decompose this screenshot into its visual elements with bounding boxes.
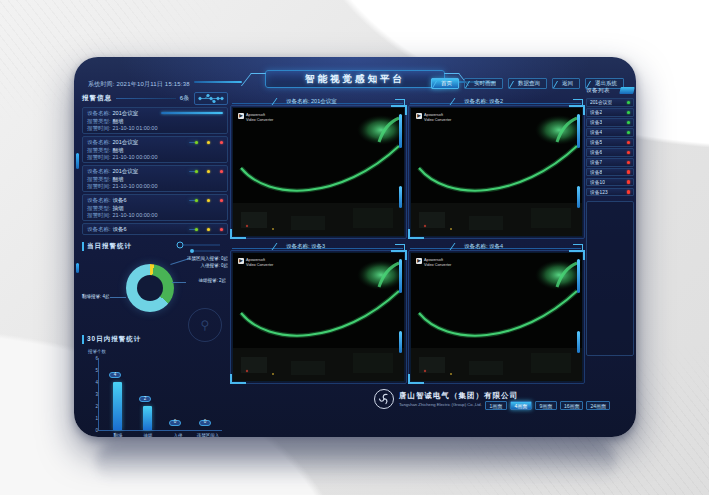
y-tick: 3 <box>90 392 98 397</box>
bar-fanqiang <box>113 382 122 430</box>
field-label: 设备名称: <box>87 168 111 176</box>
page-title: 智能视觉感知平台 <box>305 73 405 86</box>
y-tick: 6 <box>90 356 98 361</box>
donut-label: 违禁区闯入报警: 0起 <box>187 256 228 261</box>
alarm-time: 21-10-10 00:00:00 <box>113 183 158 191</box>
status-offline-dot <box>627 190 630 193</box>
divider <box>116 98 176 99</box>
video-scrollbar[interactable] <box>577 259 580 293</box>
field-label: 设备名称: <box>87 139 111 147</box>
alarm-list-item[interactable]: 设备名称:201会议室 报警类型:翻墙 报警时间:21-10-10 00:00:… <box>82 136 228 163</box>
device-row[interactable]: 设备7 <box>586 158 634 167</box>
video-scrollbar[interactable] <box>577 331 580 353</box>
card-reflection <box>96 442 616 482</box>
video-scrollbar[interactable] <box>399 114 402 148</box>
company-logo-icon <box>374 389 394 409</box>
alarm-type: 翻墙 <box>113 147 124 155</box>
alarm-list-item[interactable]: 设备名称:201会议室 报警类型:翻墙 报警时间:21-10-10 00:00:… <box>82 165 228 192</box>
video-title: 设备名称: 设备3 <box>284 243 327 250</box>
severity-indicator <box>189 141 223 144</box>
status-online-dot <box>627 131 630 134</box>
nav-back-button[interactable]: 返回 <box>552 78 580 89</box>
video-feed[interactable]: ▶ ApowersoftVideo Converter <box>410 107 583 237</box>
video-panel-4: 设备名称: 设备4 ▶ <box>410 241 583 252</box>
watermark: ▶ ApowersoftVideo Converter <box>416 258 451 267</box>
leader-line <box>172 282 186 283</box>
field-label: 设备名称: <box>87 197 111 205</box>
video-scrollbar[interactable] <box>399 331 402 353</box>
video-scrollbar[interactable] <box>577 186 580 208</box>
field-label: 报警时间: <box>87 125 111 133</box>
nav-home-button[interactable]: 首页 <box>431 78 459 89</box>
device-row[interactable]: 设备3 <box>586 118 634 127</box>
nav-live-button[interactable]: 实时画面 <box>464 78 503 89</box>
status-offline-dot <box>627 151 630 154</box>
field-label: 报警类型: <box>87 205 111 213</box>
view-24-button[interactable]: 24画面 <box>586 401 610 410</box>
donut-label: 抽烟报警: 2起 <box>198 278 226 283</box>
alarm-type: 抽烟 <box>113 205 124 213</box>
view-16-button[interactable]: 16画面 <box>560 401 584 410</box>
video-feed[interactable]: ▶ ApowersoftVideo Converter <box>410 252 583 382</box>
y-axis-label: 报警个数 <box>88 349 106 354</box>
alarm-list-item[interactable]: 设备名称:设备6 报警类型:抽烟 报警时间:21-10-10 00:00:00 <box>82 194 228 221</box>
view-1-button[interactable]: 1画面 <box>485 401 507 410</box>
device-name: 设备6 <box>113 226 127 234</box>
video-converter-icon: ▶ <box>416 258 422 264</box>
alarm-count-badge: 6条 <box>180 94 189 103</box>
field-label: 设备名称: <box>87 110 111 118</box>
monthly-bar-chart: 报警个数 6 5 4 3 2 1 0 4 翻墙 2 抽烟 0 入侵 <box>82 349 228 437</box>
video-scrollbar[interactable] <box>577 114 580 148</box>
today-donut-chart: 违禁区闯入报警: 0起 入侵报警: 0起 抽烟报警: 2起 翻墙报警: 4起 ⚲ <box>82 252 228 328</box>
video-feed[interactable]: ▶ ApowersoftVideo Converter <box>232 107 405 237</box>
field-label: 报警时间: <box>87 154 111 162</box>
plot-area: 6 5 4 3 2 1 0 4 翻墙 2 抽烟 0 入侵 0 违禁区 <box>98 358 222 431</box>
device-row[interactable]: 设备6 <box>586 148 634 157</box>
severity-indicator <box>189 228 223 231</box>
device-name: 201会议室 <box>113 110 139 118</box>
donut-label: 翻墙报警: 4起 <box>82 294 110 299</box>
device-row[interactable]: 设备4 <box>586 128 634 137</box>
device-detail-placeholder <box>586 201 634 356</box>
alarm-list-item[interactable]: 设备名称:设备6 <box>82 223 228 235</box>
y-tick: 0 <box>90 428 98 433</box>
selected-indicator <box>161 112 223 114</box>
watermark: ▶ ApowersoftVideo Converter <box>238 113 273 122</box>
device-list-title: 设备列表 <box>586 87 610 94</box>
alarm-list-item[interactable]: 设备名称:201会议室 报警类型:翻墙 报警时间:21-10-10 01:00:… <box>82 107 228 134</box>
donut-label: 入侵报警: 0起 <box>200 263 228 268</box>
x-tick: 违禁区闯入 <box>197 433 220 437</box>
device-row[interactable]: 设备8 <box>586 168 634 177</box>
nav-query-button[interactable]: 数据查询 <box>508 78 547 89</box>
status-online-dot <box>627 111 630 114</box>
view-switcher: 1画面 4画面 9画面 16画面 24画面 <box>485 401 610 410</box>
device-list-panel: 设备列表 201会议室 设备2 设备3 设备4 设备5 设备6 设备7 设备8 … <box>586 85 634 356</box>
header-decor-line <box>194 81 242 83</box>
dashboard-window: 系统时间: 2021年10月11日 15:15:38 智能视觉感知平台 首页 实… <box>74 57 636 437</box>
video-title: 设备名称: 设备2 <box>462 98 505 105</box>
device-row[interactable]: 设备5 <box>586 138 634 147</box>
device-row[interactable]: 设备123 <box>586 188 634 197</box>
video-scrollbar[interactable] <box>399 259 402 293</box>
status-offline-dot <box>627 141 630 144</box>
y-tick: 5 <box>90 367 98 372</box>
today-stats-title: 当日报警统计 <box>82 242 132 251</box>
status-offline-dot <box>627 180 630 183</box>
video-scrollbar[interactable] <box>399 186 402 208</box>
edge-accent <box>76 263 79 273</box>
device-list-tab[interactable] <box>619 87 634 94</box>
status-online-dot <box>627 101 630 104</box>
view-9-button[interactable]: 9画面 <box>535 401 557 410</box>
device-row[interactable]: 设备10 <box>586 178 634 187</box>
video-converter-icon: ▶ <box>238 258 244 264</box>
desktop-background: 系统时间: 2021年10月11日 15:15:38 智能视觉感知平台 首页 实… <box>0 0 709 495</box>
x-tick: 翻墙 <box>114 433 123 437</box>
view-4-button[interactable]: 4画面 <box>510 401 532 410</box>
monthly-stats-title: 30日内报警统计 <box>82 335 141 344</box>
device-row[interactable]: 201会议室 <box>586 98 634 107</box>
video-feed[interactable]: ▶ ApowersoftVideo Converter <box>232 252 405 382</box>
page-title-frame: 智能视觉感知平台 <box>265 70 445 88</box>
watermark: ▶ ApowersoftVideo Converter <box>238 258 273 267</box>
bar-value: 2 <box>139 396 151 402</box>
device-row[interactable]: 设备2 <box>586 108 634 117</box>
